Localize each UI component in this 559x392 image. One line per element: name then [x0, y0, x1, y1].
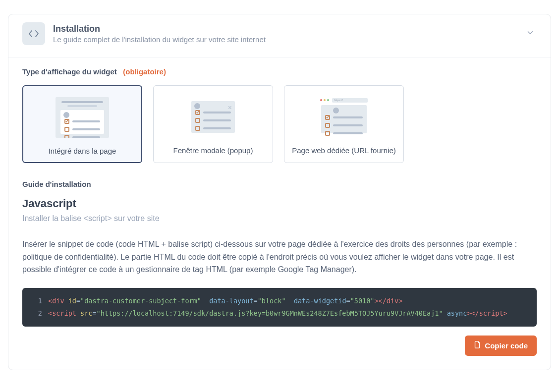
option-page-illustration: https://: [317, 97, 371, 137]
instructions-paragraph: Insérer le snippet de code (code HTML + …: [22, 238, 537, 276]
line-number: 2: [30, 307, 42, 320]
copy-button-label: Copier code: [485, 341, 528, 350]
header-subtitle: Le guide complet de l'installation du wi…: [53, 35, 516, 44]
actions-row: Copier code: [22, 336, 537, 356]
javascript-title: Javascript: [22, 197, 537, 210]
option-label: Fenêtre modale (popup): [173, 146, 253, 155]
code-icon: [22, 22, 45, 45]
required-tag: (obligatoire): [123, 67, 166, 76]
copy-code-button[interactable]: Copier code: [465, 336, 537, 356]
option-inline[interactable]: Intégré dans la page: [22, 85, 142, 163]
display-type-label: Type d'affichage du widget: [22, 67, 117, 76]
option-modal[interactable]: × Fenêtre modale (popup): [153, 85, 273, 163]
option-label: Page web dédiée (URL fournie): [292, 146, 396, 155]
option-modal-illustration: ×: [186, 97, 240, 137]
code-snippet[interactable]: 1<div id="dastra-customer-subject-form" …: [22, 288, 537, 327]
display-type-row: Type d'affichage du widget (obligatoire): [22, 67, 537, 76]
chevron-down-icon[interactable]: [524, 28, 537, 40]
card-header[interactable]: Installation Le guide complet de l'insta…: [8, 14, 551, 53]
option-dedicated-page[interactable]: https:// Page web dédiée (URL fournie): [284, 85, 404, 163]
card-body: Type d'affichage du widget (obligatoire)…: [8, 57, 551, 370]
header-text: Installation Le guide complet de l'insta…: [53, 24, 516, 44]
option-inline-illustration: [56, 97, 109, 138]
option-label: Intégré dans la page: [49, 147, 116, 155]
installation-card: Installation Le guide complet de l'insta…: [8, 14, 551, 370]
line-number: 1: [30, 295, 42, 307]
guide-label: Guide d'installation: [22, 180, 537, 188]
display-options: Intégré dans la page ×: [22, 85, 537, 163]
copy-icon: [474, 341, 481, 350]
header-title: Installation: [53, 24, 516, 34]
javascript-sub: Installer la balise <script> sur votre s…: [22, 214, 537, 223]
